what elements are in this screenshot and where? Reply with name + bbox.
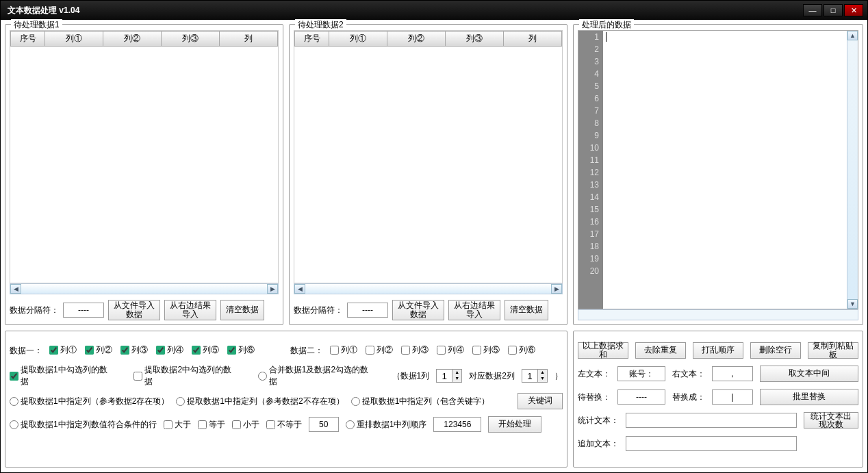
- d1-col-6[interactable]: 列⑥: [227, 344, 255, 356]
- right-btn-0[interactable]: 以上数据求和: [578, 342, 628, 359]
- sep-input[interactable]: [347, 303, 388, 318]
- right-btn-1[interactable]: 去除重复: [635, 342, 686, 359]
- data1-label: 数据一：: [10, 345, 42, 357]
- right-btn-4[interactable]: 复制到粘贴板: [808, 342, 858, 359]
- minimize-button[interactable]: —: [803, 4, 822, 16]
- import-right-button[interactable]: 从右边结果导入: [164, 300, 216, 320]
- rad-ref-notexist[interactable]: 提取数据1中指定列（参考数据2不存在项）: [176, 396, 344, 407]
- panel-data2: 待处理数据2 序号列①列②列③列 ◀ ▶ 数据分隔符： 从文件导入数据 从右边结…: [289, 24, 567, 325]
- left-text-input[interactable]: [617, 366, 665, 381]
- scroll-left-icon[interactable]: ◀: [10, 284, 21, 294]
- line-number: 18: [578, 240, 599, 253]
- spinner-col2[interactable]: ▲▼: [522, 369, 548, 383]
- panel-title: 处理后的数据: [579, 19, 634, 31]
- rad-condition[interactable]: 提取数据1中指定列数值符合条件的行: [10, 419, 157, 431]
- line-number: 13: [578, 179, 599, 191]
- column-header[interactable]: 序号: [11, 31, 45, 47]
- scroll-right-icon[interactable]: ▶: [267, 284, 278, 294]
- panel-ops-right: 以上数据求和去除重复打乱顺序删除空行复制到粘贴板 左文本： 右文本： 取文本中间…: [573, 331, 863, 468]
- append-text-input[interactable]: [626, 436, 797, 451]
- table-data1[interactable]: 序号列①列②列③列: [10, 30, 279, 283]
- batch-replace-button[interactable]: 批里替换: [760, 389, 858, 405]
- rad-merge[interactable]: 合并数据1及数据2勾选的数据: [258, 364, 374, 387]
- column-header[interactable]: 序号: [295, 31, 329, 47]
- sep-label: 数据分隔符：: [10, 305, 59, 316]
- sep-input[interactable]: [63, 303, 104, 318]
- extract-mid-button[interactable]: 取文本中间: [760, 366, 858, 382]
- replace-from-input[interactable]: [617, 389, 665, 405]
- panel-title: 待处理数据1: [11, 19, 62, 31]
- d1-col-2[interactable]: 列②: [85, 344, 112, 356]
- close-button[interactable]: ✕: [844, 4, 863, 16]
- chk-eq[interactable]: 等于: [198, 419, 225, 431]
- rad-keyword[interactable]: 提取数据1中指定列（包含关键字）: [351, 396, 490, 407]
- line-number: 2: [578, 43, 599, 55]
- clear-button[interactable]: 清空数据: [220, 300, 264, 320]
- column-header[interactable]: 列: [220, 31, 278, 47]
- line-number: 6: [578, 92, 599, 105]
- d1-col-4[interactable]: 列④: [156, 344, 183, 356]
- hscrollbar[interactable]: [578, 309, 858, 320]
- table-data2[interactable]: 序号列①列②列③列: [294, 30, 563, 283]
- column-header[interactable]: 列②: [103, 31, 162, 47]
- line-number: 17: [578, 228, 599, 240]
- editor-body[interactable]: [603, 31, 847, 309]
- keyword-button[interactable]: 关键词: [518, 393, 563, 409]
- d1-col-1[interactable]: 列①: [49, 344, 77, 356]
- vscrollbar[interactable]: ▲ ▼: [847, 31, 858, 309]
- d1-col-5[interactable]: 列⑤: [192, 344, 219, 356]
- cond-value-input[interactable]: [309, 417, 339, 432]
- d2-col-3[interactable]: 列③: [401, 344, 429, 356]
- chk-extract1[interactable]: 提取数据1中勾选列的数据: [10, 364, 114, 387]
- maximize-button[interactable]: □: [824, 4, 843, 16]
- column-header[interactable]: 列①: [329, 31, 387, 47]
- scroll-left-icon[interactable]: ◀: [294, 284, 305, 294]
- panel-title: 待处理数据2: [295, 19, 346, 31]
- panel-result: 处理后的数据 1234567891011121314151617181920 ▲…: [573, 24, 863, 325]
- right-text-input[interactable]: [712, 366, 753, 381]
- import-file-button[interactable]: 从文件导入数据: [108, 300, 160, 320]
- clear-button[interactable]: 清空数据: [505, 300, 548, 320]
- import-right-button[interactable]: 从右边结果导入: [448, 300, 500, 320]
- window-title: 文本数据处理 v1.04: [5, 5, 803, 16]
- column-header[interactable]: 列: [504, 31, 562, 47]
- sep-label: 数据分隔符：: [294, 305, 343, 316]
- scroll-right-icon[interactable]: ▶: [551, 284, 562, 294]
- right-btn-3[interactable]: 删除空行: [750, 342, 801, 359]
- d2-col-5[interactable]: 列⑤: [472, 344, 500, 356]
- panel-data1: 待处理数据1 序号列①列②列③列 ◀ ▶ 数据分隔符： 从文件导入数据 从右边结…: [5, 24, 283, 325]
- spinner-col1[interactable]: ▲▼: [436, 369, 462, 383]
- line-number: 1: [578, 31, 599, 43]
- d2-col-2[interactable]: 列②: [366, 344, 393, 356]
- chk-extract2[interactable]: 提取数据2中勾选列的数据: [133, 364, 238, 387]
- chk-ne[interactable]: 不等于: [266, 419, 302, 431]
- line-number: 19: [578, 253, 599, 265]
- column-header[interactable]: 列③: [162, 31, 220, 47]
- d2-col-6[interactable]: 列⑥: [508, 344, 535, 356]
- rad-reorder[interactable]: 重排数据1中列顺序: [346, 419, 427, 431]
- d2-col-1[interactable]: 列①: [330, 344, 357, 356]
- hscrollbar[interactable]: ◀ ▶: [294, 283, 563, 294]
- chk-lt[interactable]: 小于: [232, 419, 259, 431]
- titlebar: 文本数据处理 v1.04 — □ ✕: [1, 1, 867, 20]
- panel-ops-left: 数据一： 列①列②列③列④列⑤列⑥ 数据二： 列①列②列③列④列⑤列⑥ 提取数据…: [5, 331, 567, 468]
- column-header[interactable]: 列②: [387, 31, 446, 47]
- hscrollbar[interactable]: ◀ ▶: [10, 283, 279, 294]
- chk-gt[interactable]: 大于: [164, 419, 191, 431]
- replace-to-input[interactable]: [712, 389, 753, 405]
- right-btn-2[interactable]: 打乱顺序: [693, 342, 743, 359]
- stat-text-input[interactable]: [626, 413, 797, 428]
- scroll-down-icon[interactable]: ▼: [847, 299, 858, 309]
- result-editor[interactable]: 1234567891011121314151617181920 ▲ ▼: [578, 30, 858, 309]
- d2-col-4[interactable]: 列④: [437, 344, 464, 356]
- stat-count-button[interactable]: 统计文本出现次数: [804, 412, 858, 429]
- rad-ref-exist[interactable]: 提取数据1中指定列（参考数据2存在项）: [10, 396, 169, 407]
- reorder-input[interactable]: [433, 417, 481, 432]
- d1-col-3[interactable]: 列③: [120, 344, 148, 356]
- column-header[interactable]: 列①: [45, 31, 103, 47]
- import-file-button[interactable]: 从文件导入数据: [392, 300, 444, 320]
- scroll-up-icon[interactable]: ▲: [847, 31, 858, 40]
- line-number: 11: [578, 154, 599, 166]
- start-button[interactable]: 开始处理: [488, 416, 541, 433]
- column-header[interactable]: 列③: [446, 31, 504, 47]
